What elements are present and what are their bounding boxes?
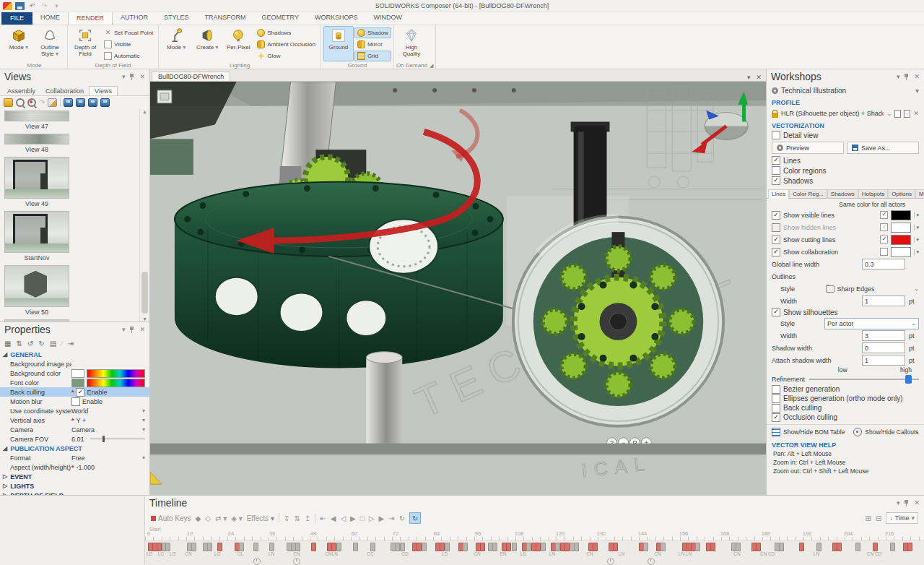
show-hide-bom-button[interactable]: Show/Hide BOM Table	[783, 428, 845, 436]
loop-button[interactable]: ↻	[409, 512, 421, 524]
paint-view-icon[interactable]	[48, 98, 57, 107]
tab-transform[interactable]: TRANSFORM	[197, 12, 254, 24]
playback-7-icon[interactable]: ⇥	[388, 514, 394, 522]
depth-of-field-button[interactable]: Depth of Field	[70, 26, 100, 61]
refinement-slider[interactable]	[809, 379, 919, 380]
profile-selector[interactable]: HLR (Silhouette per object) + Shadows ⌄ …	[767, 107, 924, 120]
timeline-key[interactable]	[816, 543, 821, 551]
section-general[interactable]: ◢GENERAL	[0, 350, 149, 359]
silhouette-width-input[interactable]	[862, 330, 905, 341]
import-props-icon[interactable]: ⇥	[68, 340, 74, 348]
refresh-icon[interactable]: ↺	[27, 340, 33, 348]
timeline-key[interactable]	[541, 543, 546, 551]
timeline-key[interactable]	[191, 543, 196, 551]
color-swatch[interactable]	[71, 379, 84, 387]
export-profile-icon[interactable]	[904, 110, 910, 118]
property-slider[interactable]	[90, 439, 145, 439]
marker-tool-0-icon[interactable]: ↧	[284, 514, 289, 522]
qat-customize-icon[interactable]: ▾	[52, 2, 61, 10]
timeline-key[interactable]	[756, 543, 761, 551]
ws-tab-shadows[interactable]: Shadows	[827, 189, 858, 198]
timeline-track[interactable]: LGLCLGCNLGCLLNCNCNLNCCCDLDCNENLDLNCNLNCN…	[145, 540, 924, 565]
delete-profile-icon[interactable]: ✕	[913, 110, 919, 117]
line-row-show-cutting-lines[interactable]: ✓Show cutting lines✓▾	[767, 233, 924, 246]
option-shadows[interactable]: ✓Shadows	[767, 176, 924, 186]
timeline-key[interactable]	[837, 543, 842, 551]
key-tool-2-icon[interactable]: ⇄ ▾	[215, 514, 227, 522]
timeline-key[interactable]	[395, 543, 400, 551]
same-color-checkbox[interactable]	[880, 248, 888, 256]
viewport-menu-icon[interactable]: ▾	[747, 74, 751, 81]
color-gradient-bar[interactable]	[87, 379, 145, 387]
workshops-menu-icon[interactable]: ▾	[897, 73, 900, 80]
timeline-zoom-in-icon[interactable]: ⊞	[866, 514, 871, 522]
key-tool-3-icon[interactable]: ◈ ▾	[231, 514, 243, 522]
line-row-show-hidden-lines[interactable]: Show hidden lines✓▾	[767, 221, 924, 233]
timeline-key[interactable]	[574, 543, 579, 551]
timeline-key[interactable]	[907, 543, 912, 551]
timeline-key[interactable]	[311, 543, 316, 551]
ground-shadow-toggle[interactable]: Shadow	[354, 27, 391, 38]
playback-1-icon[interactable]: ◀	[331, 514, 336, 522]
property-select[interactable]: World▾	[71, 407, 145, 415]
tab-render[interactable]: RENDER	[68, 12, 113, 25]
timeline-key[interactable]	[440, 543, 445, 551]
scroll-down-icon[interactable]: ▼	[142, 316, 147, 322]
marker-tool-2-icon[interactable]: ↥	[305, 514, 310, 522]
auto-keys-button[interactable]: Auto Keys	[151, 514, 191, 522]
property-select[interactable]: Camera▾	[71, 426, 145, 434]
timeline-key[interactable]	[417, 543, 422, 551]
view-item[interactable]: StartNov	[4, 211, 69, 264]
line-color-swatch[interactable]	[891, 223, 911, 233]
timeline-key[interactable]	[253, 543, 258, 551]
dof-visible-checkbox[interactable]: Visible	[101, 39, 156, 50]
timeline-zoom-out-icon[interactable]: ⊟	[876, 514, 881, 522]
ground-button[interactable]: Ground	[323, 26, 354, 61]
timeline-key[interactable]	[492, 543, 497, 551]
file-tab[interactable]: FILE	[1, 12, 32, 25]
views-scrollbar[interactable]: ▲ ▼	[139, 109, 149, 322]
tab-styles[interactable]: STYLES	[156, 12, 197, 24]
timeline-close-icon[interactable]: ✕	[914, 499, 920, 506]
timeline-key[interactable]	[217, 543, 222, 551]
view-item[interactable]: View 50	[4, 265, 69, 318]
same-color-checkbox[interactable]: ✓	[880, 211, 888, 219]
dialog-launcher-icon[interactable]: ◢	[430, 63, 433, 68]
playback-4-icon[interactable]: □	[360, 514, 365, 522]
property-select[interactable]: Free▾	[71, 454, 145, 462]
checkbox-icon[interactable]: ✓	[76, 388, 84, 397]
show-hide-callouts-button[interactable]: Show/Hide Callouts	[865, 428, 918, 436]
custom-view-icon-2[interactable]	[76, 98, 85, 107]
section-lights[interactable]: ▷LIGHTS	[0, 481, 149, 491]
timeline-key[interactable]	[157, 543, 162, 551]
timeline-key[interactable]	[526, 543, 531, 551]
property-row-motion-blur[interactable]: Motion blurEnable	[0, 397, 149, 406]
timeline-key[interactable]	[207, 543, 212, 551]
timeline-key[interactable]	[269, 543, 274, 551]
timeline-key[interactable]	[593, 543, 598, 551]
property-row-background-image-path[interactable]: Background image path	[0, 359, 149, 368]
checkbox-icon[interactable]: ✓	[772, 248, 780, 256]
time-mode-dropdown[interactable]: ↓Time ▾	[886, 512, 918, 524]
global-line-width-input[interactable]	[862, 259, 905, 269]
timeline-key[interactable]	[613, 543, 618, 551]
view-item[interactable]: View 47	[4, 111, 69, 132]
ws-tab-options[interactable]: Options	[888, 189, 915, 198]
same-color-checkbox[interactable]: ✓	[880, 236, 888, 243]
section-event[interactable]: ▷EVENT	[0, 472, 149, 481]
create-view-icon[interactable]	[4, 98, 13, 107]
timeline-key[interactable]	[873, 543, 878, 551]
timeline-key[interactable]	[512, 543, 517, 551]
timeline-key[interactable]	[400, 543, 405, 551]
property-row-background-color[interactable]: Background color	[0, 368, 149, 378]
ws-tab-color-reg-[interactable]: Color Reg...	[789, 189, 827, 198]
timeline-key[interactable]	[565, 543, 570, 551]
timeline-key[interactable]	[239, 543, 244, 551]
timeline-key[interactable]	[336, 543, 341, 551]
save-icon[interactable]	[15, 2, 25, 10]
timeline-key[interactable]	[736, 543, 741, 551]
timeline-key[interactable]	[643, 543, 648, 551]
eyedropper-icon[interactable]: ∕	[61, 340, 63, 348]
shadows-toggle[interactable]: Shadows	[254, 27, 318, 38]
color-swatch[interactable]	[71, 369, 84, 378]
